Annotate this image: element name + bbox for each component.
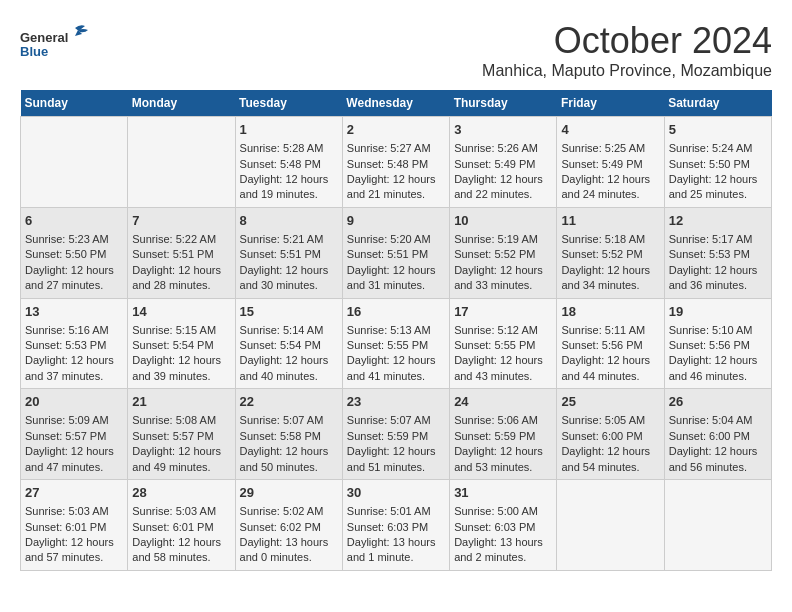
calendar-cell: 27Sunrise: 5:03 AMSunset: 6:01 PMDayligh… bbox=[21, 480, 128, 571]
calendar-cell: 21Sunrise: 5:08 AMSunset: 5:57 PMDayligh… bbox=[128, 389, 235, 480]
sunset-text: Sunset: 6:01 PM bbox=[132, 521, 213, 533]
page-header: General Blue October 2024 Manhica, Maput… bbox=[20, 20, 772, 80]
day-number: 30 bbox=[347, 484, 445, 502]
daylight-text: Daylight: 12 hours and 43 minutes. bbox=[454, 354, 543, 381]
sunset-text: Sunset: 5:49 PM bbox=[561, 158, 642, 170]
sunrise-text: Sunrise: 5:13 AM bbox=[347, 324, 431, 336]
daylight-text: Daylight: 12 hours and 25 minutes. bbox=[669, 173, 758, 200]
logo: General Blue bbox=[20, 20, 100, 60]
daylight-text: Daylight: 12 hours and 28 minutes. bbox=[132, 264, 221, 291]
sunrise-text: Sunrise: 5:08 AM bbox=[132, 414, 216, 426]
sunset-text: Sunset: 5:54 PM bbox=[132, 339, 213, 351]
calendar-cell: 5Sunrise: 5:24 AMSunset: 5:50 PMDaylight… bbox=[664, 117, 771, 208]
day-number: 26 bbox=[669, 393, 767, 411]
daylight-text: Daylight: 12 hours and 54 minutes. bbox=[561, 445, 650, 472]
daylight-text: Daylight: 12 hours and 39 minutes. bbox=[132, 354, 221, 381]
calendar-week-row: 13Sunrise: 5:16 AMSunset: 5:53 PMDayligh… bbox=[21, 298, 772, 389]
sunrise-text: Sunrise: 5:10 AM bbox=[669, 324, 753, 336]
calendar-cell: 14Sunrise: 5:15 AMSunset: 5:54 PMDayligh… bbox=[128, 298, 235, 389]
daylight-text: Daylight: 12 hours and 53 minutes. bbox=[454, 445, 543, 472]
daylight-text: Daylight: 13 hours and 0 minutes. bbox=[240, 536, 329, 563]
sunrise-text: Sunrise: 5:03 AM bbox=[25, 505, 109, 517]
sunrise-text: Sunrise: 5:19 AM bbox=[454, 233, 538, 245]
calendar-cell: 28Sunrise: 5:03 AMSunset: 6:01 PMDayligh… bbox=[128, 480, 235, 571]
calendar-cell: 16Sunrise: 5:13 AMSunset: 5:55 PMDayligh… bbox=[342, 298, 449, 389]
main-title: October 2024 bbox=[482, 20, 772, 62]
day-number: 17 bbox=[454, 303, 552, 321]
sunrise-text: Sunrise: 5:21 AM bbox=[240, 233, 324, 245]
daylight-text: Daylight: 12 hours and 47 minutes. bbox=[25, 445, 114, 472]
header-row: Sunday Monday Tuesday Wednesday Thursday… bbox=[21, 90, 772, 117]
sunset-text: Sunset: 6:03 PM bbox=[347, 521, 428, 533]
sunset-text: Sunset: 6:02 PM bbox=[240, 521, 321, 533]
daylight-text: Daylight: 12 hours and 56 minutes. bbox=[669, 445, 758, 472]
daylight-text: Daylight: 12 hours and 36 minutes. bbox=[669, 264, 758, 291]
sunset-text: Sunset: 5:55 PM bbox=[347, 339, 428, 351]
sub-title: Manhica, Maputo Province, Mozambique bbox=[482, 62, 772, 80]
day-number: 12 bbox=[669, 212, 767, 230]
sunrise-text: Sunrise: 5:11 AM bbox=[561, 324, 645, 336]
sunrise-text: Sunrise: 5:25 AM bbox=[561, 142, 645, 154]
day-number: 28 bbox=[132, 484, 230, 502]
sunrise-text: Sunrise: 5:09 AM bbox=[25, 414, 109, 426]
sunset-text: Sunset: 5:49 PM bbox=[454, 158, 535, 170]
calendar-cell bbox=[557, 480, 664, 571]
calendar-cell bbox=[21, 117, 128, 208]
calendar-cell: 9Sunrise: 5:20 AMSunset: 5:51 PMDaylight… bbox=[342, 207, 449, 298]
sunrise-text: Sunrise: 5:01 AM bbox=[347, 505, 431, 517]
day-number: 22 bbox=[240, 393, 338, 411]
sunset-text: Sunset: 5:58 PM bbox=[240, 430, 321, 442]
calendar-week-row: 6Sunrise: 5:23 AMSunset: 5:50 PMDaylight… bbox=[21, 207, 772, 298]
calendar-header: Sunday Monday Tuesday Wednesday Thursday… bbox=[21, 90, 772, 117]
sunset-text: Sunset: 5:55 PM bbox=[454, 339, 535, 351]
sunset-text: Sunset: 5:50 PM bbox=[25, 248, 106, 260]
sunset-text: Sunset: 5:53 PM bbox=[25, 339, 106, 351]
daylight-text: Daylight: 13 hours and 2 minutes. bbox=[454, 536, 543, 563]
sunset-text: Sunset: 5:50 PM bbox=[669, 158, 750, 170]
sunrise-text: Sunrise: 5:16 AM bbox=[25, 324, 109, 336]
daylight-text: Daylight: 12 hours and 58 minutes. bbox=[132, 536, 221, 563]
calendar-cell: 8Sunrise: 5:21 AMSunset: 5:51 PMDaylight… bbox=[235, 207, 342, 298]
calendar-cell: 19Sunrise: 5:10 AMSunset: 5:56 PMDayligh… bbox=[664, 298, 771, 389]
calendar-cell: 25Sunrise: 5:05 AMSunset: 6:00 PMDayligh… bbox=[557, 389, 664, 480]
day-number: 15 bbox=[240, 303, 338, 321]
sunrise-text: Sunrise: 5:15 AM bbox=[132, 324, 216, 336]
calendar-cell: 1Sunrise: 5:28 AMSunset: 5:48 PMDaylight… bbox=[235, 117, 342, 208]
daylight-text: Daylight: 12 hours and 51 minutes. bbox=[347, 445, 436, 472]
daylight-text: Daylight: 12 hours and 27 minutes. bbox=[25, 264, 114, 291]
svg-text:General: General bbox=[20, 30, 68, 45]
sunrise-text: Sunrise: 5:17 AM bbox=[669, 233, 753, 245]
day-number: 9 bbox=[347, 212, 445, 230]
daylight-text: Daylight: 12 hours and 37 minutes. bbox=[25, 354, 114, 381]
day-number: 29 bbox=[240, 484, 338, 502]
calendar-cell: 11Sunrise: 5:18 AMSunset: 5:52 PMDayligh… bbox=[557, 207, 664, 298]
day-number: 14 bbox=[132, 303, 230, 321]
sunset-text: Sunset: 6:00 PM bbox=[561, 430, 642, 442]
header-thursday: Thursday bbox=[450, 90, 557, 117]
day-number: 2 bbox=[347, 121, 445, 139]
sunset-text: Sunset: 5:57 PM bbox=[25, 430, 106, 442]
day-number: 31 bbox=[454, 484, 552, 502]
sunset-text: Sunset: 5:48 PM bbox=[240, 158, 321, 170]
day-number: 13 bbox=[25, 303, 123, 321]
sunrise-text: Sunrise: 5:05 AM bbox=[561, 414, 645, 426]
day-number: 5 bbox=[669, 121, 767, 139]
calendar-cell: 26Sunrise: 5:04 AMSunset: 6:00 PMDayligh… bbox=[664, 389, 771, 480]
calendar-cell: 31Sunrise: 5:00 AMSunset: 6:03 PMDayligh… bbox=[450, 480, 557, 571]
calendar-cell: 2Sunrise: 5:27 AMSunset: 5:48 PMDaylight… bbox=[342, 117, 449, 208]
sunset-text: Sunset: 5:53 PM bbox=[669, 248, 750, 260]
sunset-text: Sunset: 5:57 PM bbox=[132, 430, 213, 442]
calendar-cell: 13Sunrise: 5:16 AMSunset: 5:53 PMDayligh… bbox=[21, 298, 128, 389]
sunset-text: Sunset: 6:00 PM bbox=[669, 430, 750, 442]
daylight-text: Daylight: 12 hours and 22 minutes. bbox=[454, 173, 543, 200]
calendar-cell: 4Sunrise: 5:25 AMSunset: 5:49 PMDaylight… bbox=[557, 117, 664, 208]
sunset-text: Sunset: 5:51 PM bbox=[347, 248, 428, 260]
calendar-cell: 7Sunrise: 5:22 AMSunset: 5:51 PMDaylight… bbox=[128, 207, 235, 298]
header-wednesday: Wednesday bbox=[342, 90, 449, 117]
title-block: October 2024 Manhica, Maputo Province, M… bbox=[482, 20, 772, 80]
sunset-text: Sunset: 6:03 PM bbox=[454, 521, 535, 533]
daylight-text: Daylight: 13 hours and 1 minute. bbox=[347, 536, 436, 563]
sunset-text: Sunset: 6:01 PM bbox=[25, 521, 106, 533]
daylight-text: Daylight: 12 hours and 21 minutes. bbox=[347, 173, 436, 200]
header-sunday: Sunday bbox=[21, 90, 128, 117]
